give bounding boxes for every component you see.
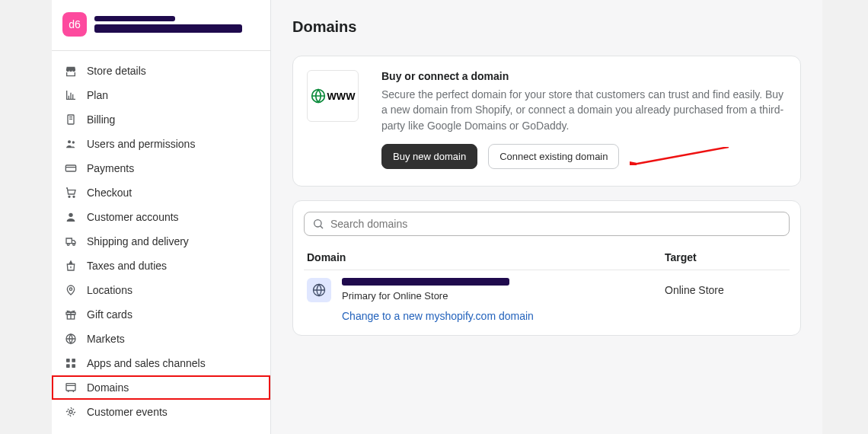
connect-existing-domain-button[interactable]: Connect existing domain [488,144,619,169]
primary-label: Primary for Online Store [342,290,654,302]
svg-rect-15 [66,364,70,368]
th-target: Target [665,251,787,263]
sidebar-item-taxes-and-duties[interactable]: Taxes and duties [52,254,270,278]
svg-line-21 [637,147,729,164]
globe-icon [307,278,331,302]
table-header: Domain Target [304,247,790,270]
sidebar-item-markets[interactable]: Markets [52,327,270,351]
main-content: Domains WWW Buy or connect a domain Secu… [271,0,822,434]
sidebar-item-customer-events[interactable]: Customer events [52,400,270,424]
sidebar-item-label: Payments [87,162,134,174]
sidebar-item-plan[interactable]: Plan [52,83,270,107]
www-icon: WWW [311,88,356,104]
sidebar-item-gift-cards[interactable]: Gift cards [52,302,270,327]
search-icon [312,218,324,230]
sidebar-item-payments[interactable]: Payments [52,156,270,180]
apps-icon [64,356,78,370]
annotation-arrow [630,147,729,165]
domain-row[interactable]: Primary for Online Store Change to a new… [304,270,790,330]
svg-point-9 [69,288,72,290]
svg-rect-13 [66,359,70,362]
money-icon [64,259,78,273]
sidebar-item-label: Customer events [87,406,168,418]
sidebar-item-checkout[interactable]: Checkout [52,180,270,205]
truck-icon [64,235,78,248]
payments-icon [64,161,78,175]
svg-point-18 [69,410,72,413]
sidebar-item-customer-accounts[interactable]: Customer accounts [52,205,270,229]
sidebar-item-domains[interactable]: Domains [52,375,270,400]
users-icon [64,137,78,151]
search-domains-input-wrap[interactable] [304,212,790,236]
svg-rect-16 [72,364,75,368]
svg-point-1 [68,140,71,143]
sidebar-item-label: Plan [87,89,108,101]
domain-name-redacted [342,278,509,286]
search-domains-input[interactable] [330,218,781,230]
svg-point-2 [72,141,75,143]
sidebar-item-label: Domains [87,381,129,394]
svg-point-22 [314,220,321,227]
svg-point-6 [69,213,72,217]
card-description: Secure the perfect domain for your store… [381,87,787,133]
th-domain: Domain [307,251,346,263]
sidebar-item-billing[interactable]: Billing [52,107,270,132]
sidebar-item-label: Taxes and duties [87,260,167,272]
svg-rect-3 [65,165,75,171]
sidebar-item-label: Users and permissions [87,138,195,150]
change-domain-link[interactable]: Change to a new myshopify.com domain [342,310,534,322]
sidebar-item-label: Gift cards [87,308,132,321]
sidebar-item-label: Checkout [87,187,132,199]
svg-point-5 [73,196,75,197]
globe-icon [64,332,78,346]
svg-point-7 [67,244,69,246]
buy-new-domain-button[interactable]: Buy new domain [381,144,477,169]
www-icon-slot: WWW [307,70,359,122]
sidebar-item-locations[interactable]: Locations [52,278,270,302]
person-icon [64,210,78,224]
sidebar-item-label: Apps and sales channels [87,357,206,369]
gift-icon [64,308,78,321]
store-avatar: d6 [62,12,87,37]
store-icon [64,64,78,78]
settings-sidebar: d6 Store detailsPlanBillingUsers and per… [52,0,271,434]
store-name-redacted [94,16,242,33]
card-title: Buy or connect a domain [381,70,787,82]
svg-point-4 [69,196,70,197]
cart-icon [64,186,78,199]
sidebar-item-shipping-and-delivery[interactable]: Shipping and delivery [52,229,270,254]
store-switcher[interactable]: d6 [52,0,270,51]
sidebar-item-label: Markets [87,333,125,345]
sidebar-item-label: Customer accounts [87,211,179,223]
svg-rect-17 [66,384,75,391]
page-title: Domains [292,18,801,36]
row-target: Online Store [665,278,787,296]
svg-line-23 [321,226,323,228]
pin-icon [64,283,78,297]
sidebar-item-label: Locations [87,284,132,296]
sidebar-item-users-and-permissions[interactable]: Users and permissions [52,132,270,156]
sidebar-item-label: Billing [87,113,115,126]
domains-icon [64,381,78,394]
sidebar-item-store-details[interactable]: Store details [52,59,270,83]
billing-icon [64,113,78,126]
domains-list-card: Domain Target Primary for Online Store C… [292,200,801,336]
sidebar-item-label: Store details [87,65,146,77]
buy-connect-domain-card: WWW Buy or connect a domain Secure the p… [292,56,801,187]
sidebar-item-apps-and-sales-channels[interactable]: Apps and sales channels [52,351,270,375]
svg-point-8 [73,244,75,246]
events-icon [64,405,78,419]
chart-icon [64,88,78,102]
svg-rect-14 [72,359,75,362]
sidebar-item-label: Shipping and delivery [87,235,189,247]
